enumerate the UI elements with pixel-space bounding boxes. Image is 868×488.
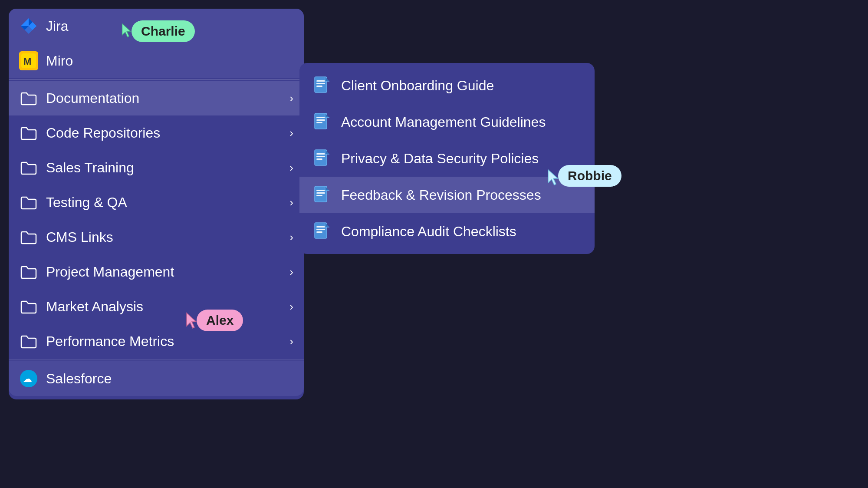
svg-rect-10: [316, 119, 325, 121]
miro-icon: M: [19, 51, 38, 70]
menu-item-documentation[interactable]: Documentation ›: [9, 81, 304, 115]
alex-label: Alex: [197, 310, 243, 331]
performance-metrics-label: Performance Metrics: [46, 333, 289, 350]
alex-cursor: Alex: [184, 312, 200, 331]
folder-icon: [19, 262, 38, 281]
feedback-revision-label: Feedback & Revision Processes: [341, 187, 582, 203]
folder-icon: [19, 193, 38, 212]
svg-rect-23: [316, 231, 322, 233]
sales-training-label: Sales Training: [46, 160, 289, 176]
chevron-right-icon: ›: [289, 231, 293, 244]
svg-rect-5: [316, 80, 325, 82]
privacy-security-label: Privacy & Data Security Policies: [341, 151, 582, 167]
svg-rect-9: [316, 117, 325, 118]
document-icon: [312, 149, 332, 168]
folder-icon: [19, 123, 38, 142]
menu-item-cms-links[interactable]: CMS Links ›: [9, 220, 304, 254]
client-onboarding-label: Client Onboarding Guide: [341, 78, 582, 94]
svg-text:M: M: [23, 56, 31, 67]
code-repositories-label: Code Repositories: [46, 125, 289, 141]
separator-1: [9, 79, 304, 80]
separator-2: [9, 359, 304, 360]
svg-rect-21: [316, 226, 325, 228]
document-icon: [312, 185, 332, 204]
compliance-audit-label: Compliance Audit Checklists: [341, 224, 582, 240]
charlie-label: Charlie: [132, 20, 195, 42]
documentation-label: Documentation: [46, 90, 289, 106]
account-management-label: Account Management Guidelines: [341, 114, 582, 130]
svg-rect-22: [316, 229, 325, 230]
menu-item-project-management[interactable]: Project Management ›: [9, 254, 304, 289]
folder-icon: [19, 332, 38, 351]
menu-item-sales-training[interactable]: Sales Training ›: [9, 150, 304, 185]
sub-item-account-management[interactable]: Account Management Guidelines: [299, 104, 595, 140]
svg-rect-15: [316, 158, 322, 160]
folder-icon: [19, 89, 38, 108]
chevron-right-icon: ›: [289, 265, 293, 279]
chevron-right-icon: ›: [289, 92, 293, 105]
svg-text:☁: ☁: [23, 374, 32, 384]
folder-icon: [19, 158, 38, 177]
menu-item-code-repositories[interactable]: Code Repositories ›: [9, 115, 304, 150]
sub-item-compliance-audit[interactable]: Compliance Audit Checklists: [299, 213, 595, 250]
project-management-label: Project Management: [46, 264, 289, 280]
chevron-right-icon: ›: [289, 126, 293, 140]
folder-icon: [19, 297, 38, 316]
document-icon: [312, 76, 332, 95]
chevron-right-icon: ›: [289, 335, 293, 348]
sub-item-client-onboarding[interactable]: Client Onboarding Guide: [299, 67, 595, 104]
menu-item-testing-qa[interactable]: Testing & QA ›: [9, 185, 304, 220]
menu-item-salesforce[interactable]: ☁ Salesforce: [9, 361, 304, 396]
miro-logo: M: [19, 51, 38, 70]
testing-qa-label: Testing & QA: [46, 195, 289, 211]
salesforce-label: Salesforce: [46, 371, 293, 387]
menu-item-market-analysis[interactable]: Market Analysis ›: [9, 289, 304, 324]
document-icon: [312, 222, 332, 241]
document-icon: [312, 112, 332, 132]
charlie-cursor: Charlie: [119, 23, 135, 40]
menu-item-performance-metrics[interactable]: Performance Metrics ›: [9, 324, 304, 359]
robbie-label: Robbie: [558, 165, 621, 187]
chevron-right-icon: ›: [289, 196, 293, 209]
menu-item-miro[interactable]: M Miro: [9, 43, 304, 78]
jira-icon: [19, 16, 38, 36]
market-analysis-label: Market Analysis: [46, 299, 289, 315]
svg-rect-14: [316, 156, 325, 157]
cms-links-label: CMS Links: [46, 229, 289, 245]
folder-icon: [19, 228, 38, 247]
chevron-right-icon: ›: [289, 300, 293, 313]
miro-label: Miro: [46, 53, 293, 69]
main-panel: Jira M Miro Documentation ›: [9, 9, 304, 399]
sub-panel: Client Onboarding Guide Account Manageme…: [299, 63, 595, 254]
robbie-cursor: Robbie: [546, 168, 561, 188]
svg-rect-19: [316, 195, 322, 196]
svg-rect-11: [316, 122, 322, 123]
svg-rect-6: [316, 83, 325, 84]
svg-rect-13: [316, 153, 325, 155]
salesforce-icon: ☁: [19, 369, 38, 388]
chevron-right-icon: ›: [289, 161, 293, 175]
svg-rect-17: [316, 190, 325, 191]
svg-rect-18: [316, 192, 325, 194]
svg-rect-7: [316, 86, 322, 87]
